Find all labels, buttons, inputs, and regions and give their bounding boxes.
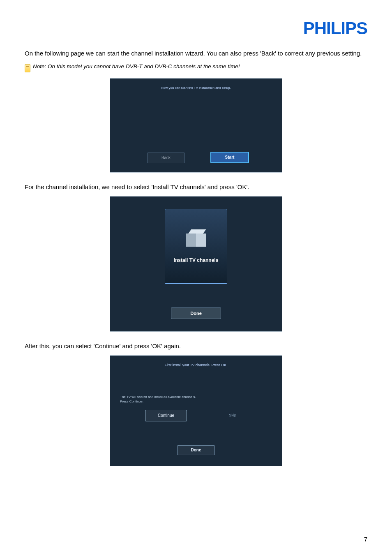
screen-title: Now you can start the TV installation an… <box>110 86 282 90</box>
paragraph-2: For the channel installation, we need to… <box>25 183 367 190</box>
hint-line-1: The TV will search and install all avail… <box>120 395 196 399</box>
skip-button[interactable]: Skip <box>218 410 247 421</box>
start-button[interactable]: Start <box>210 152 249 163</box>
install-channels-card[interactable]: Install TV channels <box>165 209 227 284</box>
document-page: PHILIPS On the following page we can sta… <box>0 0 392 555</box>
screenshot-first-install: First install your TV channels. Press OK… <box>110 355 282 466</box>
done-button[interactable]: Done <box>171 308 221 319</box>
note-icon <box>25 64 30 72</box>
install-channels-label: Install TV channels <box>174 257 219 263</box>
screen-title: First install your TV channels. Press OK… <box>110 363 282 367</box>
paragraph-1: On the following page we can start the c… <box>25 49 367 58</box>
hint-line-2: Press Continue. <box>120 400 143 403</box>
screenshot-install-channels: Install TV channels Done <box>110 196 282 332</box>
screenshot-install-start: Now you can start the TV installation an… <box>110 78 282 173</box>
continue-button[interactable]: Continue <box>145 410 187 421</box>
paragraph-3: After this, you can select 'Continue' an… <box>25 342 367 349</box>
philips-logo: PHILIPS <box>303 18 367 38</box>
cube-icon <box>186 229 206 250</box>
note-text: Note: On this model you cannot have DVB-… <box>33 63 240 69</box>
page-number: 7 <box>364 536 367 543</box>
back-button[interactable]: Back <box>147 153 185 163</box>
hint-text: The TV will search and install all avail… <box>120 395 196 404</box>
done-button[interactable]: Done <box>177 445 215 455</box>
note-callout: Note: On this model you cannot have DVB-… <box>25 63 367 72</box>
